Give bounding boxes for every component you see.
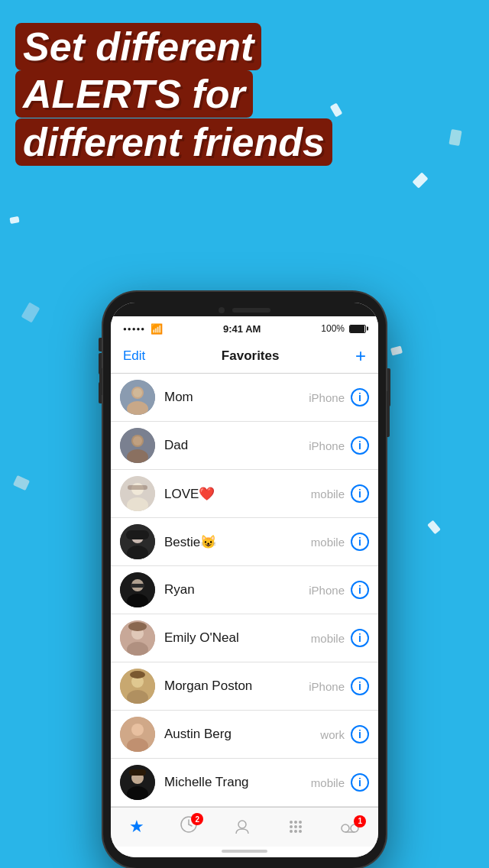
info-btn-austin[interactable]: i [351, 725, 369, 743]
battery-fill [350, 326, 364, 332]
svg-point-48 [342, 824, 349, 832]
volume-up-button [99, 353, 102, 374]
svg-rect-34 [129, 769, 146, 776]
contact-type-michelle: mobile [311, 776, 345, 789]
svg-point-38 [238, 821, 246, 828]
favorites-icon: ★ [129, 817, 144, 837]
info-btn-mom[interactable]: i [351, 388, 369, 406]
tab-favorites[interactable]: ★ [129, 817, 144, 837]
contact-type-love: mobile [311, 487, 345, 500]
tab-voicemail[interactable]: 1 [340, 818, 360, 835]
phone-screen: ●●●●● 📶 9:41 AM 100% Edit Favorites + [111, 303, 378, 857]
speaker-grille [232, 308, 270, 313]
contact-name-austin: Austin Berg [164, 727, 232, 741]
avatar-love [120, 476, 155, 511]
info-btn-love[interactable]: i [351, 484, 369, 503]
contact-type-bestie: mobile [311, 536, 345, 549]
contacts-icon [234, 818, 251, 835]
contact-type-ryan: iPhone [309, 584, 345, 597]
nav-bar: Edit Favorites + [111, 341, 378, 374]
home-button-area [222, 850, 267, 853]
avatar-morgan [120, 669, 155, 704]
contact-row-ryan[interactable]: Ryan iPhone i [111, 566, 378, 614]
recents-badge: 2 [191, 813, 203, 825]
contact-list: Mom iPhone i [111, 374, 378, 807]
svg-point-43 [294, 825, 297, 828]
contact-name-love: LOVE❤️ [164, 487, 215, 501]
contact-row-love[interactable]: LOVE❤️ mobile i [111, 470, 378, 518]
contact-info-morgan: Morgan Poston [155, 679, 309, 694]
info-btn-michelle[interactable]: i [351, 773, 369, 792]
home-indicator-area [111, 847, 378, 857]
avatar-mom [120, 380, 155, 415]
svg-point-23 [128, 622, 147, 631]
info-btn-dad[interactable]: i [351, 436, 369, 455]
svg-point-44 [299, 825, 302, 828]
svg-line-37 [189, 824, 192, 826]
contact-type-emily: mobile [311, 632, 345, 645]
svg-point-3 [133, 388, 142, 397]
edit-button[interactable]: Edit [123, 348, 145, 364]
contact-row-morgan[interactable]: Morgan Poston iPhone i [111, 662, 378, 711]
svg-point-40 [294, 821, 297, 824]
contact-name-morgan: Morgan Poston [164, 679, 252, 693]
voicemail-badge: 1 [354, 815, 366, 828]
contact-info-mom: Mom [155, 390, 309, 405]
phone-outer: ●●●●● 📶 9:41 AM 100% Edit Favorites + [103, 292, 386, 868]
svg-point-29 [131, 724, 144, 736]
wifi-icon: 📶 [151, 323, 163, 335]
page-title: Favorites [222, 348, 280, 364]
contact-row-michelle[interactable]: Michelle Trang mobile i [111, 759, 378, 807]
svg-rect-15 [126, 530, 149, 539]
contact-type-mom: iPhone [309, 391, 345, 404]
svg-point-46 [294, 830, 297, 833]
contact-type-morgan: iPhone [309, 680, 345, 693]
info-btn-morgan[interactable]: i [351, 677, 369, 695]
battery-icon [349, 325, 366, 333]
contact-info-emily: Emily O'Neal [155, 630, 311, 646]
avatar-bestie [120, 524, 155, 559]
svg-point-7 [133, 436, 142, 445]
mute-button [99, 338, 102, 351]
avatar-emily [120, 620, 155, 656]
contact-row-bestie[interactable]: Bestie😺 mobile i [111, 518, 378, 566]
contact-row-austin[interactable]: Austin Berg work i [111, 711, 378, 759]
signal-dots: ●●●●● [123, 326, 145, 332]
tab-bar: ★ 2 [111, 807, 378, 847]
svg-rect-19 [131, 584, 144, 588]
contact-info-love: LOVE❤️ [155, 486, 311, 502]
volume-down-button [99, 382, 102, 403]
avatar-austin [120, 717, 155, 752]
contact-name-michelle: Michelle Trang [164, 775, 249, 789]
power-button [387, 368, 390, 406]
contact-info-dad: Dad [155, 438, 309, 453]
tab-keypad[interactable] [287, 818, 304, 835]
avatar-ryan [120, 572, 155, 607]
add-button[interactable]: + [355, 347, 366, 365]
svg-point-27 [130, 671, 145, 679]
avatar-michelle [120, 765, 155, 800]
keypad-icon [287, 818, 304, 835]
contact-name-mom: Mom [164, 390, 193, 404]
contact-name-emily: Emily O'Neal [164, 630, 239, 645]
contact-info-austin: Austin Berg [155, 727, 320, 742]
info-btn-bestie[interactable]: i [351, 533, 369, 551]
tab-recents[interactable]: 2 [180, 816, 197, 837]
hero-text-block: Set different ALERTS for different frien… [15, 23, 474, 166]
svg-rect-11 [128, 485, 147, 490]
contact-row-dad[interactable]: Dad iPhone i [111, 422, 378, 470]
info-btn-ryan[interactable]: i [351, 581, 369, 599]
contact-row-mom[interactable]: Mom iPhone i [111, 374, 378, 422]
contact-info-ryan: Ryan [155, 582, 309, 598]
info-btn-emily[interactable]: i [351, 629, 369, 647]
signal-area: ●●●●● 📶 [123, 323, 163, 335]
hero-line1: Set different [15, 23, 261, 70]
hero-line2: ALERTS for [15, 70, 253, 118]
contact-name-dad: Dad [164, 438, 188, 452]
svg-point-39 [290, 821, 293, 824]
contact-name-bestie: Bestie😺 [164, 535, 216, 549]
front-camera [219, 307, 225, 313]
contact-row-emily[interactable]: Emily O'Neal mobile i [111, 614, 378, 662]
tab-contacts[interactable] [234, 818, 251, 835]
svg-point-42 [290, 825, 293, 828]
